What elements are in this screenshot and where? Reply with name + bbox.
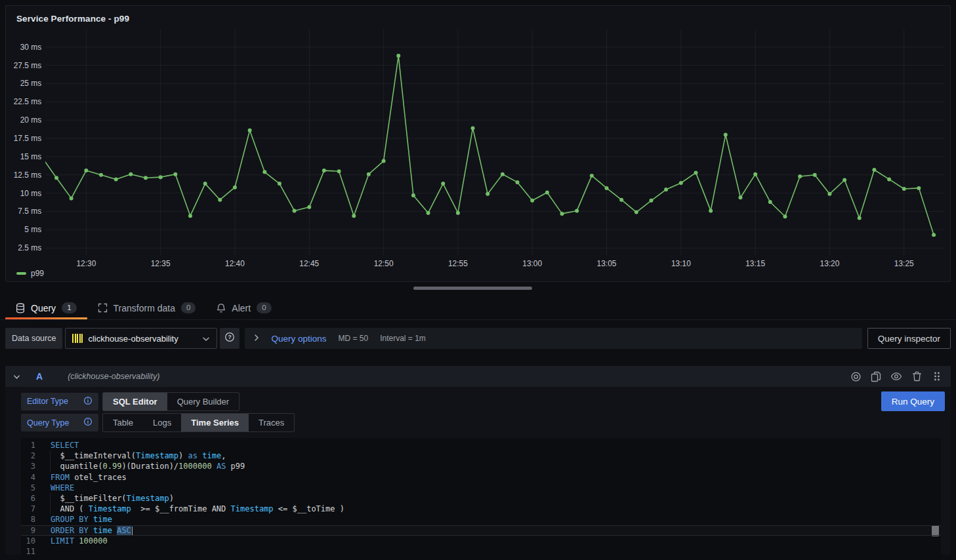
svg-text:13:25: 13:25 xyxy=(894,259,914,268)
svg-text:12:35: 12:35 xyxy=(151,259,171,268)
chevron-right-icon xyxy=(254,332,259,344)
tab-transform-count-badge: 0 xyxy=(181,302,196,314)
query-type-options: Table Logs Time Series Traces xyxy=(102,413,295,432)
code-line[interactable]: 4FROM otel_traces xyxy=(21,472,941,483)
svg-text:17.5 ms: 17.5 ms xyxy=(14,134,41,143)
svg-text:13:15: 13:15 xyxy=(745,259,765,268)
tab-alert[interactable]: Alert 0 xyxy=(206,296,281,319)
svg-text:12:45: 12:45 xyxy=(299,259,319,268)
editor-type-label-chip: Editor Type xyxy=(21,393,98,410)
line-number: 5 xyxy=(21,483,51,493)
clickhouse-logo-icon xyxy=(72,334,83,343)
svg-text:15 ms: 15 ms xyxy=(20,152,42,161)
svg-text:22.5 ms: 22.5 ms xyxy=(14,97,41,106)
editor-tabbar: Query 1 Transform data 0 Alert 0 xyxy=(0,296,956,320)
datasource-picker[interactable]: clickhouse-observability xyxy=(65,328,217,349)
code-line-content: ORDER BY time ASC xyxy=(51,525,941,536)
svg-text:13:05: 13:05 xyxy=(597,259,617,268)
query-type-logs[interactable]: Logs xyxy=(143,414,181,431)
help-circle-icon: ? xyxy=(224,332,235,345)
code-line[interactable]: 2 $__timeInterval(Timestamp) as time, xyxy=(21,450,941,461)
query-inspector-button[interactable]: Query inspector xyxy=(867,328,951,349)
query-type-traces[interactable]: Traces xyxy=(249,414,294,431)
panel-title[interactable]: Service Performance - p99 xyxy=(16,14,129,24)
indent-guide xyxy=(50,504,51,514)
legend-series-label: p99 xyxy=(31,269,44,278)
code-line[interactable]: 9ORDER BY time ASC xyxy=(21,525,941,536)
indent-guide xyxy=(50,450,51,461)
run-query-button[interactable]: Run Query xyxy=(881,391,945,411)
datasource-row: Data source clickhouse-observability ? Q… xyxy=(5,328,951,349)
hide-response-eye-icon[interactable] xyxy=(890,370,902,382)
svg-text:12:30: 12:30 xyxy=(76,259,96,268)
code-line[interactable]: 6 $__timeFilter(Timestamp) xyxy=(21,493,941,504)
query-datasource-subtitle: (clickhouse-observability) xyxy=(68,372,159,381)
line-number: 9 xyxy=(21,525,51,536)
code-line[interactable]: 5WHERE xyxy=(21,483,941,493)
query-options-md: MD = 50 xyxy=(338,334,368,343)
tab-query[interactable]: Query 1 xyxy=(5,296,87,319)
line-number: 6 xyxy=(21,493,51,504)
editor-type-sql-editor[interactable]: SQL Editor xyxy=(103,393,167,410)
editor-type-row: Editor Type SQL Editor Query Builder Run… xyxy=(21,391,951,411)
svg-text:10 ms: 10 ms xyxy=(20,189,42,198)
code-line-content: $__timeFilter(Timestamp) xyxy=(51,493,941,504)
datasource-label: Data source xyxy=(5,328,62,349)
code-line[interactable]: 11 xyxy=(21,546,941,557)
editor-type-options: SQL Editor Query Builder xyxy=(102,392,239,411)
svg-text:?: ? xyxy=(228,334,232,340)
datasource-picker-value: clickhouse-observability xyxy=(88,334,197,344)
tab-transform-data[interactable]: Transform data 0 xyxy=(87,296,207,319)
svg-text:13:10: 13:10 xyxy=(671,259,691,268)
code-line-content xyxy=(51,546,941,557)
code-line[interactable]: 3 quantile(0.99)(Duration)/1000000 AS p9… xyxy=(21,461,941,471)
svg-text:13:20: 13:20 xyxy=(820,259,840,268)
query-type-row: Query Type Table Logs Time Series Traces xyxy=(21,413,951,432)
tab-alert-label: Alert xyxy=(232,303,251,313)
datasource-help-button[interactable]: ? xyxy=(220,328,239,349)
duplicate-query-icon[interactable] xyxy=(870,370,882,382)
svg-text:13:00: 13:00 xyxy=(522,259,542,268)
query-options-toggle[interactable]: Query options MD = 50 Interval = 1m xyxy=(245,328,862,349)
line-number: 11 xyxy=(21,546,51,557)
collapse-chevron-icon[interactable] xyxy=(13,370,20,382)
code-line[interactable]: 8GROUP BY time xyxy=(21,514,941,525)
indent-guide xyxy=(50,493,51,504)
code-line[interactable]: 7 AND ( Timestamp >= $__fromTime AND Tim… xyxy=(21,504,941,514)
line-number: 2 xyxy=(21,450,51,461)
chart-legend[interactable]: p99 xyxy=(16,269,44,278)
code-line-content: WHERE xyxy=(51,483,941,493)
query-type-time-series[interactable]: Time Series xyxy=(181,414,249,431)
info-icon[interactable] xyxy=(83,396,93,407)
code-line[interactable]: 10LIMIT 100000 xyxy=(21,536,941,546)
legend-series-swatch xyxy=(16,272,26,275)
code-line[interactable]: 1SELECT xyxy=(21,440,941,450)
tab-query-label: Query xyxy=(31,303,56,313)
query-row-header[interactable]: A (clickhouse-observability) xyxy=(5,366,951,387)
active-tab-underline xyxy=(5,317,87,319)
editor-type-label: Editor Type xyxy=(27,397,68,406)
record-circle-icon[interactable] xyxy=(850,370,862,382)
svg-text:12.5 ms: 12.5 ms xyxy=(14,170,41,180)
line-number: 4 xyxy=(21,472,51,483)
chevron-down-icon xyxy=(202,332,210,344)
text-cursor xyxy=(132,527,133,535)
query-ref-id[interactable]: A xyxy=(36,371,43,382)
horizontal-scrollbar-thumb[interactable] xyxy=(413,287,532,290)
drag-handle-grip-icon[interactable] xyxy=(931,370,943,382)
line-number: 1 xyxy=(21,440,51,450)
svg-text:5 ms: 5 ms xyxy=(24,225,41,234)
remove-query-trash-icon[interactable] xyxy=(911,370,923,382)
sql-code-editor[interactable]: 1SELECT2 $__timeInterval(Timestamp) as t… xyxy=(21,438,941,560)
editor-type-query-builder[interactable]: Query Builder xyxy=(167,393,239,410)
svg-text:12:40: 12:40 xyxy=(225,259,245,268)
svg-text:12:50: 12:50 xyxy=(374,259,394,268)
tab-query-count-badge: 1 xyxy=(62,302,76,314)
code-line-content: quantile(0.99)(Duration)/1000000 AS p99 xyxy=(51,461,941,471)
transform-icon xyxy=(98,303,108,313)
info-icon[interactable] xyxy=(83,417,93,428)
code-line-content: SELECT xyxy=(51,440,941,450)
timeseries-chart[interactable]: 2.5 ms5 ms7.5 ms10 ms12.5 ms15 ms17.5 ms… xyxy=(6,6,950,281)
query-type-label: Query Type xyxy=(27,418,69,428)
query-type-table[interactable]: Table xyxy=(103,414,143,431)
